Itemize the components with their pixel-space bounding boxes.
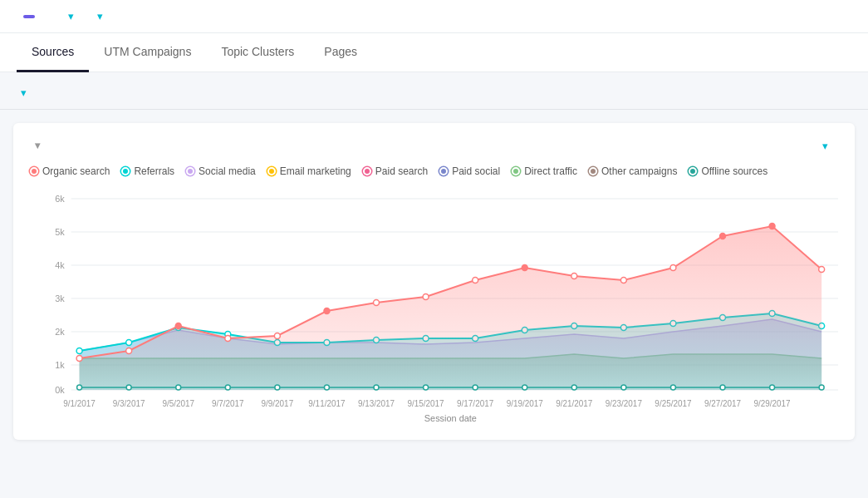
svg-text:9/5/2017: 9/5/2017 [162, 398, 194, 407]
legend-label-paid_search: Paid search [375, 165, 428, 177]
legend-item-other[interactable]: Other campaigns [589, 165, 677, 177]
svg-point-43 [720, 233, 726, 239]
main-content: ▾ ▾ Organic searchReferralsSocial mediaE… [0, 110, 868, 453]
svg-point-57 [621, 385, 626, 390]
style-value[interactable]: ▾ [822, 140, 828, 152]
tab-topic-clusters[interactable]: Topic Clusters [206, 33, 309, 72]
legend-label-referrals: Referrals [134, 165, 174, 177]
svg-point-60 [770, 385, 775, 390]
svg-point-46 [77, 385, 82, 390]
svg-point-41 [620, 277, 626, 283]
legend-label-social: Social media [199, 165, 256, 177]
frequency-value[interactable]: ▾ [95, 10, 103, 22]
legend-item-social[interactable]: Social media [186, 165, 256, 177]
legend-label-offline: Offline sources [701, 165, 767, 177]
legend-item-offline[interactable]: Offline sources [689, 165, 767, 177]
svg-text:9/25/2017: 9/25/2017 [655, 398, 692, 407]
legend-dot-paid_search [363, 167, 371, 175]
svg-point-31 [126, 348, 132, 353]
legend-item-referrals[interactable]: Referrals [121, 165, 174, 177]
svg-point-34 [274, 333, 280, 338]
legend-item-organic[interactable]: Organic search [30, 165, 110, 177]
svg-point-32 [175, 323, 181, 328]
frequency-control: ▾ [91, 10, 103, 22]
legend-dot-organic [30, 167, 38, 175]
style-select: ▾ [818, 140, 828, 152]
chevron-down-icon: ▾ [97, 10, 103, 22]
sessions-svg: 6k 5k 4k 3k 2k 1k 0k [30, 190, 838, 423]
svg-point-52 [374, 385, 379, 390]
svg-text:9/21/2017: 9/21/2017 [556, 398, 593, 407]
svg-point-54 [473, 385, 478, 390]
svg-text:6k: 6k [55, 193, 65, 203]
sort-icon[interactable]: ▾ [35, 140, 40, 151]
chevron-down-icon: ▾ [21, 86, 27, 99]
svg-point-48 [176, 385, 181, 390]
legend-dot-referrals [121, 167, 130, 175]
legend-label-other: Other campaigns [601, 165, 677, 177]
svg-point-47 [126, 385, 131, 390]
tab-utm-campaigns[interactable]: UTM Campaigns [89, 33, 206, 72]
svg-text:9/29/2017: 9/29/2017 [754, 398, 792, 407]
chart-header: ▾ ▾ [30, 140, 838, 152]
top-bar: ▾ ▾ [0, 0, 868, 33]
svg-text:9/13/2017: 9/13/2017 [358, 398, 395, 407]
svg-point-30 [76, 355, 82, 361]
svg-text:9/11/2017: 9/11/2017 [308, 398, 346, 407]
svg-point-49 [225, 385, 230, 390]
svg-point-55 [522, 385, 527, 390]
beta-badge [23, 15, 35, 18]
svg-point-33 [225, 335, 231, 341]
tab-sources[interactable]: Sources [17, 33, 89, 72]
legend-dot-paid_social [439, 167, 448, 175]
tab-pages[interactable]: Pages [309, 33, 372, 72]
svg-point-39 [522, 264, 527, 270]
svg-text:9/7/2017: 9/7/2017 [212, 398, 244, 407]
legend-label-paid_social: Paid social [452, 165, 500, 177]
svg-text:5k: 5k [55, 226, 65, 236]
date-range-control: ▾ [61, 10, 74, 22]
sessions-chart-card: ▾ ▾ Organic searchReferralsSocial mediaE… [13, 123, 855, 440]
legend-dot-other [589, 167, 597, 175]
svg-point-50 [275, 385, 280, 390]
legend-item-email[interactable]: Email marketing [267, 165, 351, 177]
svg-point-42 [670, 264, 676, 270]
svg-point-36 [374, 299, 380, 305]
svg-text:9/9/2017: 9/9/2017 [262, 398, 294, 407]
chart-legend: Organic searchReferralsSocial mediaEmail… [30, 165, 838, 177]
legend-label-email: Email marketing [280, 165, 351, 177]
svg-text:9/3/2017: 9/3/2017 [113, 398, 145, 407]
svg-text:0k: 0k [55, 384, 65, 394]
legend-label-organic: Organic search [42, 165, 110, 177]
chart-actions: ▾ [818, 140, 838, 152]
svg-point-53 [424, 385, 429, 390]
svg-text:9/15/2017: 9/15/2017 [408, 398, 445, 407]
svg-point-45 [819, 266, 825, 272]
svg-text:9/1/2017: 9/1/2017 [63, 398, 96, 407]
svg-point-59 [720, 385, 725, 390]
svg-point-40 [571, 273, 577, 279]
date-range-value[interactable]: ▾ [66, 10, 74, 22]
legend-item-direct[interactable]: Direct traffic [512, 165, 577, 177]
legend-item-paid_search[interactable]: Paid search [363, 165, 428, 177]
svg-point-61 [819, 385, 824, 390]
svg-text:3k: 3k [55, 293, 65, 303]
svg-point-38 [473, 277, 478, 283]
svg-point-15 [126, 339, 132, 345]
chart-area: 6k 5k 4k 3k 2k 1k 0k [30, 190, 838, 423]
svg-text:Session date: Session date [424, 412, 477, 422]
svg-text:9/17/2017: 9/17/2017 [457, 398, 494, 407]
domain-select[interactable]: ▾ [17, 86, 27, 99]
legend-label-direct: Direct traffic [524, 165, 577, 177]
svg-text:9/19/2017: 9/19/2017 [507, 398, 544, 407]
svg-text:9/23/2017: 9/23/2017 [606, 398, 643, 407]
svg-point-35 [324, 308, 330, 313]
svg-point-14 [76, 348, 82, 353]
legend-dot-offline [689, 167, 697, 175]
legend-item-paid_social[interactable]: Paid social [439, 165, 500, 177]
sub-bar: ▾ [0, 72, 868, 110]
svg-point-58 [670, 385, 675, 390]
legend-dot-social [186, 167, 194, 175]
chart-title: ▾ [30, 140, 40, 151]
svg-point-51 [324, 385, 329, 390]
